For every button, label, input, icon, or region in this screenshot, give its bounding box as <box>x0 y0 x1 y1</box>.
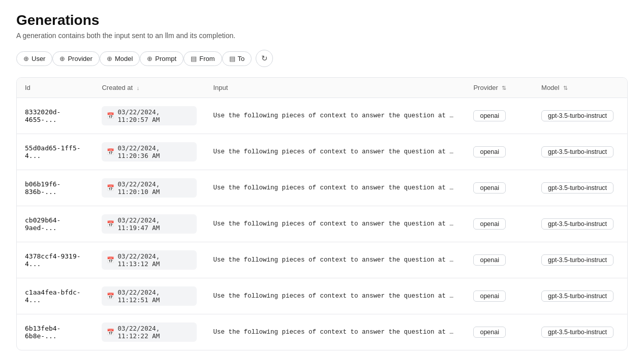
date-value: 03/22/2024, 11:20:57 AM <box>117 108 192 123</box>
model-badge: gpt-3.5-turbo-instruct <box>541 291 614 302</box>
filter-to-label: To <box>238 55 245 62</box>
input-text: Use the following pieces of context to a… <box>213 148 457 155</box>
provider-badge: openai <box>473 327 506 338</box>
cell-id: 8332020d-4655-... <box>17 98 94 134</box>
cell-created-at: 📅 03/22/2024, 11:19:47 AM <box>94 206 205 242</box>
to-filter-icon: ▤ <box>229 55 235 62</box>
date-badge: 📅 03/22/2024, 11:20:10 AM <box>102 178 197 198</box>
filter-model-button[interactable]: ⊕Model <box>100 51 140 66</box>
page-subtitle: A generation contains both the input sen… <box>16 31 628 40</box>
cell-created-at: 📅 03/22/2024, 11:12:22 AM <box>94 314 205 350</box>
col-input: Input <box>205 78 465 98</box>
date-badge: 📅 03/22/2024, 11:19:47 AM <box>102 214 197 234</box>
cell-model: gpt-3.5-turbo-instruct <box>533 98 627 134</box>
provider-badge: openai <box>473 146 506 157</box>
table-row[interactable]: b06b19f6-836b-... 📅 03/22/2024, 11:20:10… <box>17 170 627 206</box>
from-filter-icon: ▤ <box>191 55 197 62</box>
provider-badge: openai <box>473 254 506 266</box>
cell-provider: openai <box>465 98 533 134</box>
cell-provider: openai <box>465 242 533 278</box>
sort-provider-icon: ⇅ <box>502 85 506 91</box>
col-created-at[interactable]: Created at ↓ <box>94 78 205 98</box>
generations-table-container: Id Created at ↓ Input Provider ⇅ Model ⇅… <box>16 77 628 350</box>
filter-to-button[interactable]: ▤To <box>222 51 252 66</box>
model-filter-icon: ⊕ <box>107 55 112 62</box>
cell-id: c1aa4fea-bfdc-4... <box>17 278 94 314</box>
cell-provider: openai <box>465 314 533 350</box>
input-text: Use the following pieces of context to a… <box>213 184 457 191</box>
prompt-filter-icon: ⊕ <box>147 55 152 62</box>
cell-id: b06b19f6-836b-... <box>17 170 94 206</box>
refresh-button[interactable]: ↻ <box>256 50 273 67</box>
cell-input: Use the following pieces of context to a… <box>205 278 465 314</box>
input-text: Use the following pieces of context to a… <box>213 256 457 264</box>
cell-input: Use the following pieces of context to a… <box>205 206 465 242</box>
input-text: Use the following pieces of context to a… <box>213 112 457 119</box>
calendar-icon: 📅 <box>107 220 114 228</box>
filter-model-label: Model <box>115 55 133 62</box>
filter-prompt-button[interactable]: ⊕Prompt <box>140 51 183 66</box>
cell-created-at: 📅 03/22/2024, 11:20:36 AM <box>94 134 205 170</box>
provider-filter-icon: ⊕ <box>59 55 65 62</box>
table-row[interactable]: cb029b64-9aed-... 📅 03/22/2024, 11:19:47… <box>17 206 627 242</box>
filter-user-button[interactable]: ⊕User <box>16 51 52 66</box>
cell-created-at: 📅 03/22/2024, 11:12:51 AM <box>94 278 205 314</box>
input-text: Use the following pieces of context to a… <box>213 293 457 300</box>
cell-input: Use the following pieces of context to a… <box>205 98 465 134</box>
table-header: Id Created at ↓ Input Provider ⇅ Model ⇅ <box>17 78 627 98</box>
filter-user-label: User <box>32 55 45 62</box>
cell-input: Use the following pieces of context to a… <box>205 170 465 206</box>
input-text: Use the following pieces of context to a… <box>213 329 457 336</box>
filter-prompt-label: Prompt <box>155 55 176 62</box>
filter-from-button[interactable]: ▤From <box>183 51 222 66</box>
cell-id: 55d0ad65-1ff5-4... <box>17 134 94 170</box>
table-row[interactable]: c1aa4fea-bfdc-4... 📅 03/22/2024, 11:12:5… <box>17 278 627 314</box>
date-value: 03/22/2024, 11:19:47 AM <box>117 216 192 232</box>
provider-badge: openai <box>473 291 506 302</box>
cell-input: Use the following pieces of context to a… <box>205 314 465 350</box>
provider-badge: openai <box>473 218 506 230</box>
date-badge: 📅 03/22/2024, 11:13:12 AM <box>102 250 197 270</box>
calendar-icon: 📅 <box>107 148 114 155</box>
date-value: 03/22/2024, 11:12:22 AM <box>117 325 192 340</box>
calendar-icon: 📅 <box>107 112 114 119</box>
cell-model: gpt-3.5-turbo-instruct <box>533 206 627 242</box>
date-value: 03/22/2024, 11:20:10 AM <box>117 180 192 196</box>
cell-provider: openai <box>465 170 533 206</box>
cell-provider: openai <box>465 278 533 314</box>
cell-model: gpt-3.5-turbo-instruct <box>533 134 627 170</box>
model-badge: gpt-3.5-turbo-instruct <box>541 218 614 230</box>
date-value: 03/22/2024, 11:13:12 AM <box>117 252 192 268</box>
table-body: 8332020d-4655-... 📅 03/22/2024, 11:20:57… <box>17 98 627 350</box>
cell-id: cb029b64-9aed-... <box>17 206 94 242</box>
user-filter-icon: ⊕ <box>23 55 29 62</box>
table-row[interactable]: 6b13feb4-6b8e-... 📅 03/22/2024, 11:12:22… <box>17 314 627 350</box>
col-provider[interactable]: Provider ⇅ <box>465 78 533 98</box>
page-title: Generations <box>16 12 628 28</box>
cell-input: Use the following pieces of context to a… <box>205 242 465 278</box>
model-badge: gpt-3.5-turbo-instruct <box>541 182 614 193</box>
cell-model: gpt-3.5-turbo-instruct <box>533 170 627 206</box>
cell-provider: openai <box>465 206 533 242</box>
date-badge: 📅 03/22/2024, 11:20:36 AM <box>102 142 197 162</box>
model-badge: gpt-3.5-turbo-instruct <box>541 110 614 121</box>
provider-badge: openai <box>473 110 506 121</box>
model-badge: gpt-3.5-turbo-instruct <box>541 146 614 157</box>
cell-id: 6b13feb4-6b8e-... <box>17 314 94 350</box>
provider-badge: openai <box>473 182 506 193</box>
date-value: 03/22/2024, 11:20:36 AM <box>117 144 192 159</box>
filter-provider-button[interactable]: ⊕Provider <box>52 51 99 66</box>
calendar-icon: 📅 <box>107 184 114 191</box>
date-badge: 📅 03/22/2024, 11:12:51 AM <box>102 286 197 306</box>
table-row[interactable]: 55d0ad65-1ff5-4... 📅 03/22/2024, 11:20:3… <box>17 134 627 170</box>
table-row[interactable]: 8332020d-4655-... 📅 03/22/2024, 11:20:57… <box>17 98 627 134</box>
table-row[interactable]: 4378ccf4-9319-4... 📅 03/22/2024, 11:13:1… <box>17 242 627 278</box>
cell-id: 4378ccf4-9319-4... <box>17 242 94 278</box>
cell-provider: openai <box>465 134 533 170</box>
date-value: 03/22/2024, 11:12:51 AM <box>117 288 192 304</box>
filter-from-label: From <box>199 55 214 62</box>
date-badge: 📅 03/22/2024, 11:20:57 AM <box>102 106 197 125</box>
cell-created-at: 📅 03/22/2024, 11:13:12 AM <box>94 242 205 278</box>
col-model[interactable]: Model ⇅ <box>533 78 627 98</box>
date-badge: 📅 03/22/2024, 11:12:22 AM <box>102 322 197 342</box>
